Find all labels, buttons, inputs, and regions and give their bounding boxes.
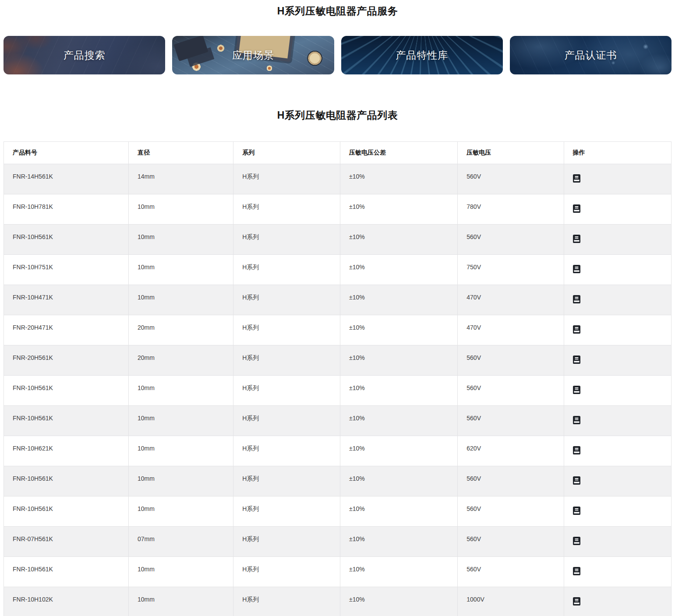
series-cell: H系列 (233, 436, 340, 466)
series-cell: H系列 (233, 164, 340, 194)
part-number-cell: FNR-14H561K (4, 164, 129, 194)
diameter-cell: 10mm (128, 254, 233, 285)
table-row: FNR-20H471K20mmH系列±10%470V (4, 315, 671, 345)
action-cell (564, 285, 671, 315)
diameter-cell: 10mm (128, 224, 233, 254)
document-icon[interactable] (573, 537, 580, 545)
table-row: FNR-10H102K10mmH系列±10%1000V (4, 587, 671, 616)
document-icon[interactable] (573, 174, 580, 183)
column-header-series: 系列 (233, 142, 340, 164)
document-icon[interactable] (573, 446, 580, 454)
voltage-cell: 560V (458, 526, 564, 556)
voltage-cell: 560V (458, 556, 564, 587)
tolerance-cell: ±10% (340, 315, 458, 345)
tolerance-cell: ±10% (340, 345, 458, 375)
banner-label: 产品搜索 (64, 49, 106, 62)
service-banners: 产品搜索 应用场景 产品特性库 产品认证书 (4, 36, 671, 74)
document-icon[interactable] (573, 204, 580, 213)
voltage-cell: 1000V (458, 587, 564, 616)
tolerance-cell: ±10% (340, 466, 458, 496)
tolerance-cell: ±10% (340, 587, 458, 616)
part-number-cell: FNR-10H561K (4, 556, 129, 587)
action-cell (564, 164, 671, 194)
document-icon[interactable] (573, 567, 580, 575)
voltage-cell: 560V (458, 405, 564, 436)
voltage-cell: 560V (458, 164, 564, 194)
document-icon[interactable] (573, 356, 580, 364)
part-number-cell: FNR-10H781K (4, 194, 129, 224)
part-number-cell: FNR-10H561K (4, 375, 129, 405)
voltage-cell: 780V (458, 194, 564, 224)
column-header-voltage: 压敏电压 (458, 142, 564, 164)
series-cell: H系列 (233, 254, 340, 285)
part-number-cell: FNR-20H471K (4, 315, 129, 345)
part-number-cell: FNR-10H561K (4, 496, 129, 526)
table-row: FNR-07H561K07mmH系列±10%560V (4, 526, 671, 556)
document-icon[interactable] (573, 295, 580, 303)
series-cell: H系列 (233, 315, 340, 345)
document-icon[interactable] (573, 416, 580, 424)
diameter-cell: 10mm (128, 466, 233, 496)
document-icon[interactable] (573, 386, 580, 394)
table-row: FNR-10H561K10mmH系列±10%560V (4, 466, 671, 496)
action-cell (564, 466, 671, 496)
document-icon[interactable] (573, 476, 580, 485)
diameter-cell: 20mm (128, 345, 233, 375)
column-header-action: 操作 (564, 142, 671, 164)
diameter-cell: 10mm (128, 556, 233, 587)
action-cell (564, 405, 671, 436)
document-icon[interactable] (573, 597, 580, 605)
part-number-cell: FNR-10H621K (4, 436, 129, 466)
part-number-cell: FNR-10H561K (4, 224, 129, 254)
series-cell: H系列 (233, 375, 340, 405)
action-cell (564, 315, 671, 345)
column-header-diameter: 直径 (128, 142, 233, 164)
voltage-cell: 560V (458, 375, 564, 405)
series-cell: H系列 (233, 194, 340, 224)
product-list-title: H系列压敏电阻器产品列表 (0, 109, 675, 122)
series-cell: H系列 (233, 345, 340, 375)
part-number-cell: FNR-10H561K (4, 405, 129, 436)
action-cell (564, 194, 671, 224)
diameter-cell: 14mm (128, 164, 233, 194)
document-icon[interactable] (573, 265, 580, 273)
part-number-cell: FNR-10H471K (4, 285, 129, 315)
table-header-row: 产品料号 直径 系列 压敏电压公差 压敏电压 操作 (4, 142, 671, 164)
banner-label: 产品认证书 (564, 49, 617, 62)
table-row: FNR-10H621K10mmH系列±10%620V (4, 436, 671, 466)
table-row: FNR-10H561K10mmH系列±10%560V (4, 405, 671, 436)
diameter-cell: 10mm (128, 375, 233, 405)
voltage-cell: 750V (458, 254, 564, 285)
diameter-cell: 10mm (128, 285, 233, 315)
part-number-cell: FNR-10H102K (4, 587, 129, 616)
banner-application-scenarios[interactable]: 应用场景 (172, 36, 334, 74)
diameter-cell: 10mm (128, 496, 233, 526)
table-row: FNR-10H781K10mmH系列±10%780V (4, 194, 671, 224)
column-header-tolerance: 压敏电压公差 (340, 142, 458, 164)
document-icon[interactable] (573, 325, 580, 334)
document-icon[interactable] (573, 235, 580, 243)
action-cell (564, 526, 671, 556)
action-cell (564, 345, 671, 375)
part-number-cell: FNR-20H561K (4, 345, 129, 375)
action-cell (564, 556, 671, 587)
tolerance-cell: ±10% (340, 224, 458, 254)
document-icon[interactable] (573, 507, 580, 515)
tolerance-cell: ±10% (340, 164, 458, 194)
column-header-part-number: 产品料号 (4, 142, 129, 164)
series-cell: H系列 (233, 496, 340, 526)
banner-label: 应用场景 (232, 49, 274, 62)
table-row: FNR-10H561K10mmH系列±10%560V (4, 496, 671, 526)
series-cell: H系列 (233, 466, 340, 496)
action-cell (564, 224, 671, 254)
banner-product-features-library[interactable]: 产品特性库 (341, 36, 503, 74)
diameter-cell: 10mm (128, 194, 233, 224)
tolerance-cell: ±10% (340, 496, 458, 526)
series-cell: H系列 (233, 526, 340, 556)
part-number-cell: FNR-07H561K (4, 526, 129, 556)
table-row: FNR-10H561K10mmH系列±10%560V (4, 224, 671, 254)
table-row: FNR-10H561K10mmH系列±10%560V (4, 556, 671, 587)
banner-product-search[interactable]: 产品搜索 (4, 36, 165, 74)
action-cell (564, 375, 671, 405)
banner-product-certificates[interactable]: 产品认证书 (510, 36, 671, 74)
